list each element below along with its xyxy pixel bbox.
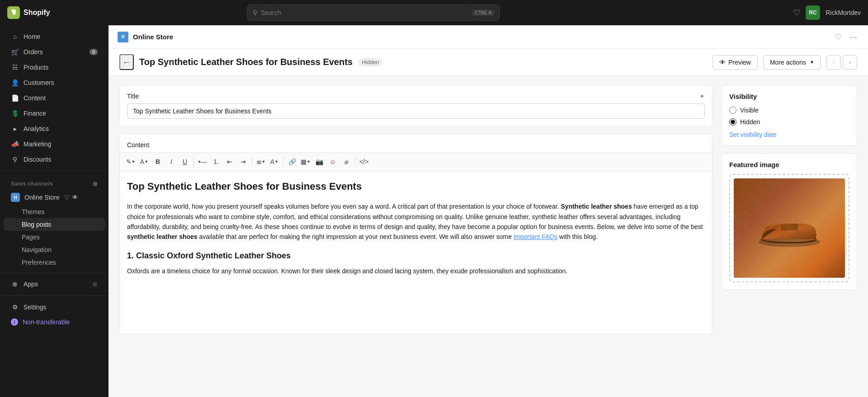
visibility-visible-option[interactable]: Visible bbox=[729, 107, 849, 114]
rte-indent-decrease-btn[interactable]: ⇤ bbox=[223, 155, 236, 168]
username-label[interactable]: RickMortdev bbox=[826, 9, 861, 16]
visibility-hidden-radio[interactable] bbox=[729, 118, 736, 126]
notifications-bell-icon[interactable]: ♡ bbox=[793, 8, 800, 18]
sidebar-item-analytics[interactable]: ▸ Analytics bbox=[4, 121, 105, 136]
rte-font-size-btn[interactable]: A ▼ bbox=[138, 155, 151, 168]
rte-italic-btn[interactable]: I bbox=[165, 155, 178, 168]
rte-align-btn[interactable]: ≣ ▼ bbox=[255, 155, 267, 168]
featured-image-title: Featured image bbox=[729, 161, 849, 168]
preview-button[interactable]: 👁 Preview bbox=[712, 55, 758, 70]
expand-sales-channels-icon[interactable]: ⊕ bbox=[92, 180, 98, 187]
info-icon: i bbox=[11, 318, 18, 326]
orders-icon: 🛒 bbox=[11, 48, 19, 56]
sidebar-item-discounts[interactable]: ⚲ Discounts bbox=[4, 152, 105, 167]
online-store-label: Online Store bbox=[24, 194, 60, 201]
rte-color-btn[interactable]: A ▼ bbox=[268, 155, 281, 168]
sidebar-item-non-transferable[interactable]: i Non-transferable bbox=[4, 315, 105, 329]
rte-divider-1 bbox=[193, 157, 194, 166]
faqs-link[interactable]: important FAQs bbox=[514, 233, 557, 240]
back-button[interactable]: ← bbox=[119, 54, 134, 70]
image-drop-area[interactable] bbox=[729, 174, 849, 282]
search-bar[interactable]: ⚲ CTRL K bbox=[247, 5, 500, 21]
analytics-icon: ▸ bbox=[11, 125, 19, 133]
set-visibility-date-link[interactable]: Set visibility date bbox=[729, 131, 849, 138]
channel-bar: H Online Store ♡ ⋯ bbox=[108, 25, 868, 49]
sidebar-sub-item-preferences[interactable]: Preferences bbox=[4, 256, 105, 269]
nav-arrows: ‹ › bbox=[826, 55, 857, 70]
sidebar-item-label: Orders bbox=[24, 48, 43, 56]
visibility-visible-radio[interactable] bbox=[729, 107, 736, 114]
avatar[interactable]: RC bbox=[806, 5, 820, 20]
search-input[interactable] bbox=[261, 9, 469, 16]
rte-format-btn[interactable]: ✎ ▼ bbox=[124, 155, 137, 168]
page-header: ← Top Synthetic Leather Shoes for Busine… bbox=[108, 49, 868, 76]
sidebar-item-marketing[interactable]: 📣 Marketing bbox=[4, 136, 105, 152]
products-icon: ☵ bbox=[11, 63, 19, 71]
sidebar-item-orders[interactable]: 🛒 Orders 9 bbox=[4, 44, 105, 60]
rte-emoji-btn[interactable]: ☺ bbox=[326, 155, 339, 168]
rte-link-btn[interactable]: 🔗 bbox=[286, 155, 298, 168]
sidebar-item-label: Settings bbox=[24, 304, 47, 311]
featured-image-card: Featured image bbox=[722, 153, 857, 290]
right-panel: Visibility Visible Hidden Set visibility… bbox=[722, 85, 857, 388]
rte-strikethrough-btn[interactable]: ⌀ bbox=[340, 155, 353, 168]
sidebar-item-products[interactable]: ☵ Products bbox=[4, 60, 105, 75]
featured-image-placeholder bbox=[734, 178, 845, 278]
rte-divider-4 bbox=[355, 157, 355, 166]
status-badge: Hidden bbox=[358, 58, 382, 67]
marketing-icon: 📣 bbox=[11, 140, 19, 148]
eye-icon[interactable]: 👁 bbox=[72, 194, 78, 201]
visibility-hidden-option[interactable]: Hidden bbox=[729, 118, 849, 126]
visibility-card: Visibility Visible Hidden Set visibility… bbox=[722, 85, 857, 146]
section-heading-1: 1. Classic Oxford Synthetic Leather Shoe… bbox=[127, 249, 705, 262]
sidebar-sub-item-blog-posts[interactable]: Blog posts bbox=[4, 218, 105, 231]
rte-divider-2 bbox=[252, 157, 252, 166]
next-arrow-button[interactable]: › bbox=[843, 55, 857, 70]
sidebar-item-home[interactable]: ⌂ Home bbox=[4, 29, 105, 44]
sidebar-item-customers[interactable]: 👤 Customers bbox=[4, 75, 105, 90]
sidebar-item-label: Home bbox=[24, 33, 40, 40]
settings-icon: ⚙ bbox=[11, 303, 19, 311]
rte-image-btn[interactable]: 📷 bbox=[313, 155, 326, 168]
apps-icon: ⊗ bbox=[11, 280, 19, 288]
title-input[interactable] bbox=[127, 103, 705, 119]
sidebar-item-label: Customers bbox=[24, 79, 54, 86]
editor-panel: Title ✦ Content ✎ ▼ A ▼ B I U bbox=[119, 85, 712, 388]
visibility-card-title: Visibility bbox=[729, 93, 849, 100]
rte-indent-increase-btn[interactable]: ⇥ bbox=[237, 155, 250, 168]
rte-table-btn[interactable]: ▦ ▼ bbox=[299, 155, 312, 168]
rte-toolbar: ✎ ▼ A ▼ B I U •— 1. ⇤ ⇥ ≣ ▼ A ▼ bbox=[120, 152, 712, 171]
sidebar-item-apps[interactable]: ⊗ Apps ⊕ bbox=[4, 276, 105, 292]
online-store-actions: ♡ 👁 bbox=[64, 194, 78, 201]
content-label: Content bbox=[120, 134, 712, 152]
sidebar-sub-item-pages[interactable]: Pages bbox=[4, 231, 105, 243]
rte-ordered-list-btn[interactable]: 1. bbox=[210, 155, 222, 168]
expand-icon[interactable]: ✦ bbox=[699, 93, 705, 100]
sidebar-item-label: Products bbox=[24, 64, 48, 71]
rte-bullet-list-btn[interactable]: •— bbox=[196, 155, 209, 168]
more-actions-button[interactable]: More actions ▼ bbox=[763, 55, 821, 70]
rte-bold-btn[interactable]: B bbox=[151, 155, 164, 168]
rte-content-area[interactable]: Top Synthetic Leather Shoes for Business… bbox=[120, 171, 712, 334]
channel-more-icon[interactable]: ⋯ bbox=[847, 30, 859, 44]
bell-icon[interactable]: ♡ bbox=[64, 194, 70, 201]
sidebar-divider-2 bbox=[0, 272, 108, 273]
sidebar-sub-item-themes[interactable]: Themes bbox=[4, 206, 105, 218]
sidebar-item-content[interactable]: 📄 Content bbox=[4, 90, 105, 106]
sidebar-item-online-store[interactable]: H Online Store ♡ 👁 bbox=[4, 189, 105, 206]
prev-arrow-button[interactable]: ‹ bbox=[826, 55, 841, 70]
expand-apps-icon[interactable]: ⊕ bbox=[92, 280, 98, 288]
topbar-right: ♡ RC RickMortdev bbox=[793, 5, 861, 20]
online-store-badge: H bbox=[11, 193, 20, 202]
channel-bar-icons: ♡ ⋯ bbox=[833, 30, 859, 44]
sidebar-sub-item-navigation[interactable]: Navigation bbox=[4, 243, 105, 256]
rte-underline-btn[interactable]: U bbox=[179, 155, 191, 168]
search-shortcut: CTRL K bbox=[472, 9, 494, 16]
sidebar-item-settings[interactable]: ⚙ Settings bbox=[4, 299, 105, 315]
visible-label: Visible bbox=[740, 107, 759, 114]
sidebar-item-finance[interactable]: 💲 Finance bbox=[4, 106, 105, 121]
rte-source-btn[interactable]: </> bbox=[358, 155, 370, 168]
sidebar-item-label: Discounts bbox=[24, 156, 51, 163]
channel-bell-icon[interactable]: ♡ bbox=[833, 30, 844, 44]
sales-channels-section: Sales channels ⊕ bbox=[0, 175, 108, 189]
